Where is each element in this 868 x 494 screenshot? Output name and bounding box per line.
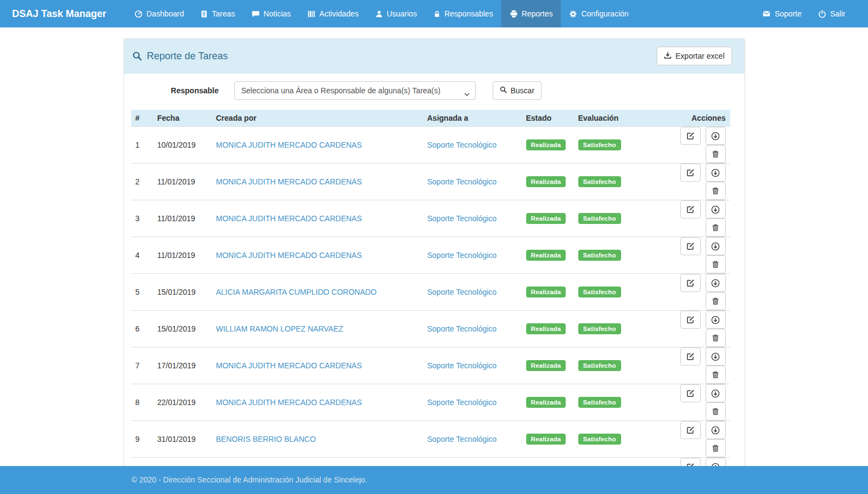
cell-num: 5 (131, 274, 153, 311)
creada-por-link[interactable]: MONICA JUDITH MERCADO CARDENAS (216, 141, 362, 149)
edit-task-button[interactable] (680, 127, 701, 145)
lock-icon (433, 10, 441, 18)
evaluacion-badge: Satisfecho (578, 360, 621, 371)
asignada-a-link[interactable]: Soporte Tecnológico (427, 177, 497, 186)
download-task-button[interactable] (706, 237, 726, 255)
table-row-7: 8 22/01/2019 MONICA JUDITH MERCADO CARDE… (131, 384, 730, 421)
report-table: # Fecha Creada por Asignada a Estado Eva… (131, 110, 730, 466)
delete-task-button[interactable] (706, 366, 726, 384)
cell-num: 1 (131, 127, 153, 164)
download-task-button[interactable] (706, 274, 726, 292)
edit-task-button[interactable] (680, 384, 701, 402)
responsable-select[interactable]: Selecciona una Área o Responsable de alg… (234, 81, 476, 100)
edit-task-button[interactable] (680, 458, 701, 466)
nav-item-configuracion[interactable]: Configuración (561, 0, 636, 27)
nav-item-dashboard[interactable]: Dashboard (126, 0, 193, 27)
edit-task-button[interactable] (680, 237, 701, 255)
download-task-button[interactable] (706, 200, 726, 218)
delete-task-button[interactable] (706, 255, 726, 273)
table-row-0: 1 10/01/2019 MONICA JUDITH MERCADO CARDE… (131, 127, 730, 164)
cell-fecha: 11/01/2019 (153, 200, 212, 237)
column-header-estado: Estado (522, 110, 574, 127)
trash-icon (712, 297, 719, 305)
edit-icon (686, 316, 695, 324)
delete-task-button[interactable] (706, 439, 726, 457)
asignada-a-link[interactable]: Soporte Tecnológico (427, 398, 497, 407)
creada-por-link[interactable]: MONICA JUDITH MERCADO CARDENAS (216, 398, 362, 407)
download-task-button[interactable] (706, 458, 726, 466)
edit-task-button[interactable] (680, 200, 701, 218)
asignada-a-link[interactable]: Soporte Tecnológico (427, 324, 497, 333)
power-icon (818, 10, 826, 18)
nav-item-actividades[interactable]: Actividades (299, 0, 367, 27)
nav-item-responsables[interactable]: Responsables (425, 0, 501, 27)
nav-item-noticias[interactable]: Noticias (243, 0, 299, 27)
export-excel-button[interactable]: Exportar excel (657, 47, 731, 65)
brand-title[interactable]: DSAJ Task Manager (0, 0, 119, 27)
download-task-button[interactable] (706, 384, 726, 402)
edit-task-button[interactable] (680, 311, 701, 329)
asignada-a-link[interactable]: Soporte Tecnológico (427, 361, 497, 370)
creada-por-link[interactable]: BENORIS BERRIO BLANCO (216, 435, 316, 444)
buscar-button[interactable]: Buscar (493, 81, 542, 100)
nav-item-soporte[interactable]: Soporte (754, 0, 810, 27)
evaluacion-badge: Satisfecho (578, 434, 621, 445)
page-title-text: Reporte de Tareas (147, 50, 228, 62)
delete-task-button[interactable] (706, 145, 726, 163)
delete-task-button[interactable] (706, 292, 726, 310)
estado-badge: Realizada (526, 360, 566, 371)
panel-heading: Reporte de Tareas Exportar excel (124, 39, 745, 74)
download-task-button[interactable] (706, 311, 726, 329)
trash-icon (712, 260, 719, 268)
download-task-button[interactable] (706, 127, 726, 145)
tasks-icon (200, 10, 208, 18)
nav-item-tareas[interactable]: Tareas (192, 0, 243, 27)
creada-por-link[interactable]: MONICA JUDITH MERCADO CARDENAS (216, 177, 362, 186)
table-header-row: # Fecha Creada por Asignada a Estado Eva… (131, 110, 730, 127)
download-circle-icon (711, 426, 720, 435)
user-icon (375, 10, 383, 18)
creada-por-link[interactable]: MONICA JUDITH MERCADO CARDENAS (216, 214, 362, 223)
download-task-button[interactable] (706, 421, 726, 439)
asignada-a-link[interactable]: Soporte Tecnológico (427, 435, 497, 444)
print-icon (510, 10, 518, 18)
nav-item-salir[interactable]: Salir (810, 0, 854, 27)
app-window: DSAJ Task Manager Dashboard Tareas Notic… (0, 0, 868, 494)
delete-task-button[interactable] (706, 182, 726, 200)
table-row-4: 5 15/01/2019 ALICIA MARGARITA CUMPLIDO C… (131, 274, 730, 311)
edit-task-button[interactable] (680, 421, 701, 439)
evaluacion-badge: Satisfecho (578, 323, 621, 334)
asignada-a-link[interactable]: Soporte Tecnológico (427, 288, 497, 296)
estado-badge: Realizada (526, 434, 566, 445)
creada-por-link[interactable]: ALICIA MARGARITA CUMPLIDO CORONADO (216, 288, 377, 296)
creada-por-link[interactable]: MONICA JUDITH MERCADO CARDENAS (216, 251, 362, 260)
evaluacion-badge: Satisfecho (578, 250, 621, 261)
delete-task-button[interactable] (706, 402, 726, 420)
main-menu: Dashboard Tareas Noticias Actividades Us… (126, 0, 637, 27)
column-header-asignada-a: Asignada a (423, 110, 522, 127)
nav-item-usuarios[interactable]: Usuarios (367, 0, 425, 27)
responsable-select-wrap: Selecciona una Área o Responsable de alg… (234, 81, 476, 100)
edit-task-button[interactable] (680, 274, 701, 292)
asignada-a-link[interactable]: Soporte Tecnológico (427, 251, 497, 260)
trash-icon (712, 334, 719, 342)
download-task-button[interactable] (706, 164, 726, 182)
cell-num: 8 (131, 384, 153, 421)
download-circle-icon (711, 169, 720, 177)
page-footer: © 2020 - Dirección Seccional de Administ… (0, 466, 868, 494)
asignada-a-link[interactable]: Soporte Tecnológico (427, 141, 497, 149)
nav-item-reportes[interactable]: Reportes (501, 0, 561, 27)
evaluacion-badge: Satisfecho (578, 397, 621, 408)
creada-por-link[interactable]: MONICA JUDITH MERCADO CARDENAS (216, 361, 362, 370)
creada-por-link[interactable]: WILLIAM RAMON LOPEZ NARVAEZ (216, 324, 343, 333)
cell-fecha: 03/01/2019 (153, 458, 212, 467)
edit-task-button[interactable] (680, 164, 701, 182)
delete-task-button[interactable] (706, 218, 726, 237)
download-task-button[interactable] (706, 347, 726, 366)
cell-fecha: 22/01/2019 (153, 384, 212, 421)
nav-label: Actividades (319, 9, 359, 18)
asignada-a-link[interactable]: Soporte Tecnológico (427, 214, 497, 223)
edit-task-button[interactable] (680, 347, 701, 366)
delete-task-button[interactable] (706, 329, 726, 347)
edit-icon (686, 426, 695, 434)
